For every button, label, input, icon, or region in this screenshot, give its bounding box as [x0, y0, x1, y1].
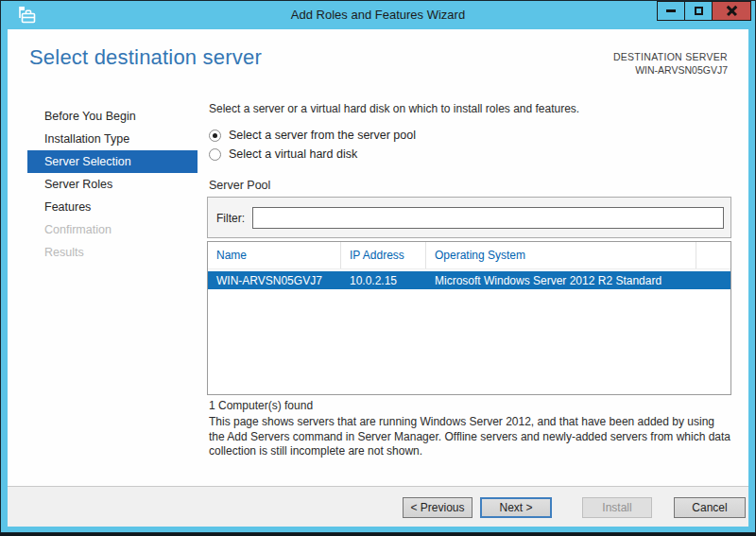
close-icon [726, 5, 738, 17]
page-description: This page shows servers that are running… [209, 415, 731, 459]
titlebar: Add Roles and Features Wizard [1, 1, 755, 29]
radio-label: Select a virtual hard disk [229, 147, 357, 161]
server-pool-table: Name IP Address Operating System WIN-ARV… [207, 241, 731, 395]
table-header-row: Name IP Address Operating System [208, 242, 730, 269]
sidebar-item-installation-type[interactable]: Installation Type [27, 128, 198, 150]
radio-button-icon[interactable] [209, 148, 221, 161]
sidebar-item-results: Results [27, 241, 198, 264]
column-header-ip-address[interactable]: IP Address [341, 242, 426, 268]
maximize-icon [695, 7, 703, 15]
computers-found-text: 1 Computer(s) found [209, 399, 313, 412]
instruction-text: Select a server or a virtual hard disk o… [209, 102, 731, 115]
sidebar-item-confirmation: Confirmation [27, 218, 198, 241]
radio-select-server-pool[interactable]: Select a server from the server pool [209, 127, 416, 144]
cell-operating-system: Microsoft Windows Server 2012 R2 Standar… [426, 274, 696, 287]
radio-button-icon[interactable] [209, 130, 221, 142]
window-title: Add Roles and Features Wizard [1, 1, 755, 29]
next-button[interactable]: Next > [480, 497, 552, 518]
cell-ip-address: 10.0.2.15 [341, 274, 426, 287]
window-controls [658, 1, 751, 21]
filter-input[interactable] [252, 207, 724, 229]
sidebar-item-before-you-begin[interactable]: Before You Begin [27, 105, 198, 128]
destination-server-block: DESTINATION SERVER WIN-ARVSN05GVJ7 [613, 51, 728, 76]
wizard-window: Add Roles and Features Wizard Select des… [0, 0, 756, 533]
sidebar-item-server-roles[interactable]: Server Roles [27, 173, 198, 196]
sidebar-item-server-selection[interactable]: Server Selection [27, 150, 198, 173]
radio-label: Select a server from the server pool [229, 129, 416, 142]
radio-select-vhd[interactable]: Select a virtual hard disk [209, 146, 357, 163]
install-button: Install [582, 497, 652, 518]
sidebar-item-features[interactable]: Features [27, 196, 198, 218]
close-button[interactable] [712, 1, 751, 21]
wizard-steps-sidebar: Before You Begin Installation Type Serve… [27, 105, 198, 264]
minimize-icon [666, 9, 676, 12]
destination-server-label: DESTINATION SERVER [613, 51, 728, 62]
filter-group: Filter: [207, 197, 731, 238]
column-header-operating-system[interactable]: Operating System [426, 242, 696, 268]
destination-server-name: WIN-ARVSN05GVJ7 [613, 64, 728, 76]
previous-button[interactable]: < Previous [403, 497, 472, 518]
page-title: Select destination server [29, 45, 262, 70]
wizard-footer: < Previous Next > Install Cancel [8, 486, 748, 527]
minimize-button[interactable] [657, 1, 685, 21]
column-header-stub [696, 242, 730, 268]
cell-server-name: WIN-ARVSN05GVJ7 [208, 274, 341, 287]
filter-label: Filter: [216, 198, 245, 239]
cancel-button[interactable]: Cancel [674, 497, 746, 518]
column-header-name[interactable]: Name [208, 242, 341, 268]
table-row-selected[interactable]: WIN-ARVSN05GVJ7 10.0.2.15 Microsoft Wind… [208, 271, 730, 289]
server-pool-title: Server Pool [209, 179, 270, 192]
maximize-button[interactable] [684, 1, 713, 21]
wizard-content: Select destination server DESTINATION SE… [8, 29, 748, 527]
